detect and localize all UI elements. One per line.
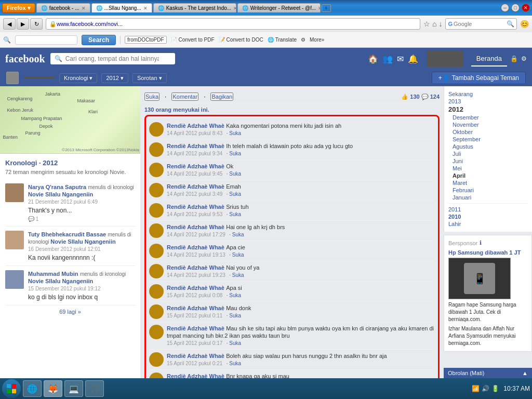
tab-kaskus[interactable]: 🌐 Kaskus - The Largest Indo... ✕: [153, 3, 236, 12]
share-button[interactable]: Bagikan: [210, 92, 233, 101]
minimize-button[interactable]: ─: [501, 4, 509, 12]
fb-messages-icon[interactable]: ✉: [397, 54, 404, 64]
month-desember[interactable]: Desember: [448, 114, 528, 121]
post-author-3[interactable]: Muhammad Mubin: [28, 271, 78, 277]
refresh-button[interactable]: ↻: [30, 18, 43, 30]
comment-author-4[interactable]: Rendiè Adzhaè Whaè: [167, 204, 224, 210]
comment-author-1[interactable]: Rendiè Adzhaè Whaè: [167, 143, 224, 149]
start-button[interactable]: [2, 379, 21, 398]
year-button[interactable]: 2012 ▾: [101, 73, 128, 83]
post-author-1[interactable]: Narya Q'rana Saputra: [28, 184, 86, 190]
month-januari[interactable]: Januari: [448, 194, 528, 201]
sponsor-ad-title[interactable]: Hp Samsung dibawah 1 JT: [448, 249, 527, 256]
search-button[interactable]: Search: [82, 35, 116, 45]
month-februari[interactable]: Februari: [448, 187, 528, 194]
fb-search-input[interactable]: [65, 55, 159, 62]
convert-doc-addon[interactable]: 📝 Convert to DOC: [219, 37, 263, 43]
tab-close-icon[interactable]: ✕: [82, 6, 86, 11]
month-maret[interactable]: Maret: [448, 179, 528, 187]
tab-close-icon[interactable]: ✕: [233, 6, 236, 11]
comment-like-8[interactable]: · Suka: [227, 292, 241, 298]
comment-author-0[interactable]: Rendiè Adzhaè Whaè: [167, 123, 224, 129]
tab-novie[interactable]: 🌐 ...Sllau Ngang... ✕: [91, 3, 152, 12]
comment-like-3[interactable]: · Suka: [227, 191, 241, 197]
maximize-button[interactable]: □: [511, 4, 520, 12]
comment-like-5[interactable]: · Suka: [229, 232, 244, 237]
facebook-logo[interactable]: facebook: [5, 53, 45, 65]
like-button[interactable]: Suka: [144, 92, 159, 101]
comment-like-1[interactable]: · Suka: [227, 151, 241, 156]
home-nav-button[interactable]: Beranda: [471, 51, 507, 66]
download-button[interactable]: ↓: [438, 20, 442, 28]
tab-facebook[interactable]: 🌐 facebook - ... ✕: [36, 3, 90, 12]
add-friend-button[interactable]: +👤 Tambah Sebagai Teman: [432, 72, 526, 84]
sekarang-item[interactable]: Sekarang: [448, 90, 528, 98]
firefox-menu-button[interactable]: Firefox ▾: [2, 3, 35, 13]
google-search-input[interactable]: [454, 21, 506, 27]
settings-addon[interactable]: ⚙: [301, 37, 305, 43]
lock-privacy-icon[interactable]: 🔒: [510, 55, 518, 62]
month-april[interactable]: April: [448, 172, 528, 179]
facebook-search-bar[interactable]: 🔍: [50, 53, 175, 64]
fb-friends-icon[interactable]: 👥: [382, 54, 393, 64]
comment-like-0[interactable]: · Suka: [227, 130, 241, 136]
comment-author-8[interactable]: Rendiè Adzhaè Whaè: [167, 285, 224, 291]
post-target-1[interactable]: Novie Sllalu Ngangeniin: [28, 191, 93, 197]
comment-like-11[interactable]: · Suka: [227, 361, 241, 366]
comment-author-2[interactable]: Rendiè Adzhaè Whaè: [167, 163, 224, 169]
new-tab-button[interactable]: +: [322, 4, 331, 12]
lahir-item[interactable]: Lahir: [448, 220, 528, 228]
year-2011-item[interactable]: 2011: [448, 206, 528, 213]
month-juni[interactable]: Juni: [448, 157, 528, 165]
kronologi-button[interactable]: Kronologi ▾: [59, 73, 97, 83]
comment-author-6[interactable]: Rendiè Adzhaè Whaè: [167, 244, 224, 250]
sorotan-button[interactable]: Sorotan ▾: [132, 73, 167, 83]
convert-pdf-addon[interactable]: 📄 Convert to PDF: [171, 37, 215, 43]
profile-icon[interactable]: 😊: [520, 20, 529, 28]
comment-author-7[interactable]: Rendiè Adzhaè Whaè: [167, 264, 224, 271]
year-2013-item[interactable]: 2013: [448, 98, 528, 105]
comment-button[interactable]: Komentar: [171, 92, 198, 101]
forward-button[interactable]: ▶: [17, 18, 29, 30]
taskbar-app-ie[interactable]: 🌐: [23, 380, 42, 397]
comment-like-9[interactable]: · Suka: [227, 313, 241, 318]
bookmark-button[interactable]: ☆: [423, 20, 430, 28]
fromdoc-addon[interactable]: fromDOCtoPDF: [125, 36, 167, 44]
search-submit-icon[interactable]: 🔍: [507, 20, 514, 28]
more-posts-link[interactable]: 69 lagi »: [5, 305, 135, 318]
post-target-2[interactable]: Novie Sllalu Ngangeniin: [50, 238, 115, 245]
url-bar[interactable]: 🔒 www.facebook.com/novi...: [46, 18, 420, 30]
year-2012-item[interactable]: 2012: [448, 105, 528, 114]
taskbar-app-explorer[interactable]: 💻: [64, 380, 83, 397]
month-oktober[interactable]: Oktober: [448, 128, 528, 136]
chat-bar[interactable]: Obrolan (Mati) ▲: [444, 368, 532, 378]
tab-writelonger[interactable]: 🌐 Writelonger - Retweet - @f... ✕: [237, 3, 321, 12]
more-addon[interactable]: More»: [310, 37, 324, 43]
tab-close-icon[interactable]: ✕: [143, 6, 148, 11]
month-november[interactable]: November: [448, 121, 528, 128]
comment-like-4[interactable]: · Suka: [227, 211, 241, 217]
fb-home-icon[interactable]: 🏠: [368, 54, 378, 64]
info-icon[interactable]: ℹ: [480, 240, 482, 246]
home-button[interactable]: ⌂: [432, 20, 436, 28]
taskbar-app-media[interactable]: 🎵: [85, 380, 104, 397]
tab-close-icon[interactable]: ✕: [318, 6, 320, 11]
comment-author-10[interactable]: Rendiè Adzhaè Whaè: [167, 325, 224, 331]
settings-icon[interactable]: ⚙: [521, 55, 527, 62]
comment-author-5[interactable]: Rendiè Adzhaè Whaè: [167, 224, 224, 230]
google-search-bar[interactable]: G 🔍: [445, 18, 517, 30]
comment-like-2[interactable]: · Suka: [227, 171, 241, 177]
comment-author-3[interactable]: Rendiè Adzhaè Whaè: [167, 183, 224, 190]
comment-like-6[interactable]: · Suka: [229, 252, 244, 258]
comment-like-10[interactable]: · Suka: [227, 340, 241, 346]
comment-author-9[interactable]: Rendiè Adzhaè Whaè: [167, 305, 224, 311]
fb-notifications-icon[interactable]: 🔔: [408, 54, 418, 64]
month-juli[interactable]: Juli: [448, 150, 528, 157]
post-target-3[interactable]: Novie Sllalu Ngangeniin: [28, 278, 93, 284]
search-addon-input[interactable]: [15, 35, 77, 45]
back-button[interactable]: ◀: [3, 18, 16, 30]
month-agustus[interactable]: Agustus: [448, 143, 528, 150]
post-author-2[interactable]: Tuty Bhebhekacrudit Bassae: [28, 231, 106, 237]
taskbar-app-firefox[interactable]: 🦊: [44, 380, 62, 397]
translate-addon[interactable]: 🌐 Translate: [268, 37, 297, 43]
